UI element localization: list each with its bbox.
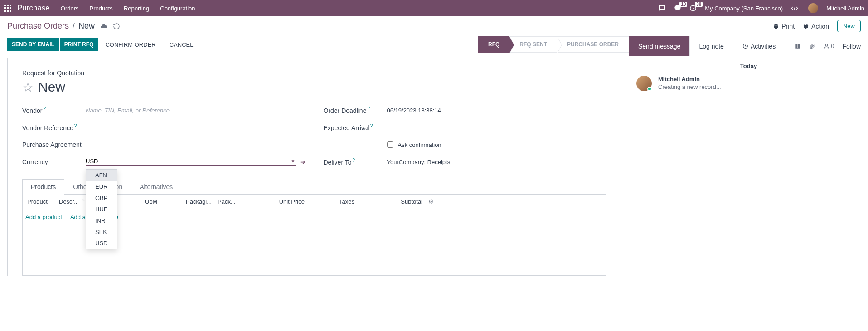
svg-rect-8: [10, 10, 11, 12]
svg-rect-7: [7, 10, 9, 12]
deadline-value[interactable]: 06/19/2023 13:38:14: [387, 107, 607, 114]
cloud-unsaved-icon[interactable]: [100, 23, 107, 30]
activities-badge: 38: [695, 2, 703, 7]
message-avatar[interactable]: [636, 76, 652, 91]
message-text: Creating a new record...: [658, 83, 721, 90]
col-subtotal: Subtotal: [356, 198, 424, 205]
user-avatar[interactable]: [808, 3, 818, 13]
log-note-button[interactable]: Log note: [690, 36, 733, 56]
action-buttons-row: SEND BY EMAIL PRINT RFQ CONFIRM ORDER CA…: [0, 36, 629, 53]
ask-confirmation-label: Ask confirmation: [398, 141, 441, 148]
agreement-input[interactable]: [86, 141, 305, 148]
vendor-label: Vendor?: [22, 106, 86, 114]
breadcrumb-parent[interactable]: Purchase Orders: [7, 21, 69, 31]
phone-icon[interactable]: [659, 5, 666, 12]
attachment-icon[interactable]: [809, 43, 815, 49]
print-label: Print: [781, 23, 795, 30]
presence-indicator: [647, 87, 652, 91]
external-link-icon[interactable]: ➔: [300, 158, 305, 166]
followers-count[interactable]: 0: [824, 43, 834, 49]
send-message-button[interactable]: Send message: [629, 36, 690, 56]
svg-rect-1: [7, 5, 9, 6]
send-by-email-button[interactable]: SEND BY EMAIL: [7, 38, 59, 51]
breadcrumb-sep: /: [73, 21, 75, 31]
add-product-link[interactable]: Add a product: [25, 214, 62, 220]
col-uom: UoM: [143, 198, 184, 205]
currency-option-usd[interactable]: USD: [86, 238, 117, 249]
col-unit-price: Unit Price: [243, 198, 306, 205]
breadcrumb-current: New: [78, 21, 95, 31]
status-rfq-sent[interactable]: RFQ SENT: [509, 36, 557, 53]
svg-rect-2: [10, 5, 11, 6]
currency-option-sek[interactable]: SEK: [86, 226, 117, 238]
svg-rect-4: [7, 7, 9, 9]
message-author[interactable]: Mitchell Admin: [658, 76, 721, 83]
print-button[interactable]: Print: [773, 23, 795, 30]
activities-button[interactable]: Activities: [733, 36, 785, 56]
print-rfq-button[interactable]: PRINT RFQ: [60, 38, 98, 51]
user-name[interactable]: Mitchell Admin: [826, 5, 864, 12]
menu-orders[interactable]: Orders: [61, 5, 79, 12]
currency-input[interactable]: [86, 158, 291, 165]
top-navbar: Purchase Orders Products Reporting Confi…: [0, 0, 868, 16]
svg-rect-0: [4, 5, 6, 6]
company-selector[interactable]: My Company (San Francisco): [705, 5, 783, 12]
messages-badge: 10: [679, 2, 687, 7]
chevron-down-icon[interactable]: ▼: [291, 159, 296, 164]
record-title: New: [38, 79, 65, 95]
action-button[interactable]: Action: [803, 23, 829, 30]
date-separator: Today: [629, 56, 868, 76]
svg-point-11: [826, 44, 828, 46]
app-name[interactable]: Purchase: [17, 4, 50, 13]
col-description: Descr... ⌃: [57, 198, 89, 205]
form-sheet: Request for Quotation ☆ New Vendor? Vend…: [7, 58, 621, 276]
priority-star-icon[interactable]: ☆: [22, 80, 34, 95]
col-packaging: Packagi...: [184, 198, 216, 205]
status-rfq[interactable]: RFQ: [478, 36, 509, 53]
currency-option-inr[interactable]: INR: [86, 215, 117, 226]
tab-alternatives[interactable]: Alternatives: [131, 179, 181, 194]
messages-icon[interactable]: 10: [674, 5, 681, 12]
arrival-label: Expected Arrival?: [324, 123, 387, 131]
agreement-label: Purchase Agreement: [22, 141, 86, 148]
menu-products[interactable]: Products: [90, 5, 113, 12]
menu-reporting[interactable]: Reporting: [124, 5, 149, 12]
col-taxes: Taxes: [306, 198, 356, 205]
main-menu: Orders Products Reporting Configuration: [61, 5, 659, 12]
apps-icon[interactable]: [4, 4, 12, 12]
cancel-button[interactable]: CANCEL: [163, 38, 200, 51]
currency-option-huf[interactable]: HUF: [86, 204, 117, 215]
currency-dropdown: AFN EUR GBP HUF INR SEK USD: [86, 169, 117, 249]
ask-confirmation-checkbox[interactable]: [387, 141, 393, 148]
book-icon[interactable]: [795, 43, 801, 49]
activities-label: Activities: [751, 43, 776, 50]
tab-products[interactable]: Products: [22, 179, 64, 195]
vendor-ref-input[interactable]: [86, 124, 305, 131]
activities-icon[interactable]: 38: [689, 5, 697, 12]
debug-icon[interactable]: [791, 5, 798, 12]
deliver-to-label: Deliver To?: [324, 158, 387, 166]
vendor-input[interactable]: [86, 107, 305, 114]
currency-option-eur[interactable]: EUR: [86, 181, 117, 192]
breadcrumb-bar: Purchase Orders / New Print Action New: [0, 16, 868, 36]
col-product: Product: [25, 198, 57, 205]
deliver-to-value[interactable]: YourCompany: Receipts: [387, 159, 607, 166]
chatter-panel: Send message Log note Activities 0 Follo…: [629, 36, 868, 282]
sort-asc-icon[interactable]: ⌃: [81, 198, 86, 205]
vendor-ref-label: Vendor Reference?: [22, 123, 86, 131]
currency-option-afn[interactable]: AFN: [86, 170, 117, 181]
currency-label: Currency: [22, 158, 86, 166]
confirm-order-button[interactable]: CONFIRM ORDER: [99, 38, 162, 51]
menu-configuration[interactable]: Configuration: [160, 5, 195, 12]
svg-rect-5: [10, 7, 11, 9]
currency-option-gbp[interactable]: GBP: [86, 192, 117, 204]
status-purchase-order[interactable]: PURCHASE ORDER: [557, 36, 629, 53]
add-section-link[interactable]: Add a: [70, 214, 86, 220]
follow-button[interactable]: Follow: [843, 43, 861, 50]
col-pack-qty: Pack...: [216, 198, 243, 205]
optional-columns-icon[interactable]: ⚙: [424, 198, 438, 205]
status-bar: RFQ RFQ SENT PURCHASE ORDER: [478, 36, 629, 53]
discard-icon[interactable]: [113, 23, 120, 30]
rfq-label: Request for Quotation: [22, 69, 606, 77]
deadline-label: Order Deadline?: [324, 106, 387, 114]
